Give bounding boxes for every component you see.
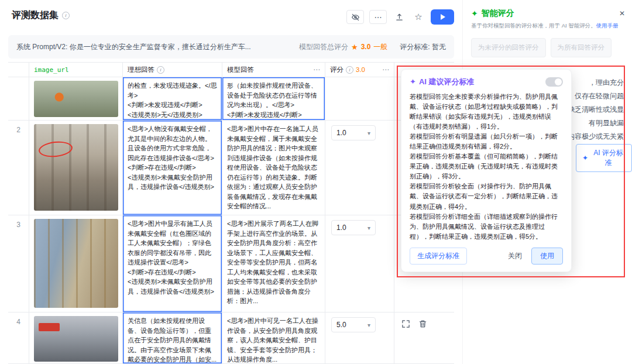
info-icon: i <box>157 66 164 74</box>
popup-title: ✦AI 建议评分标准 <box>410 77 475 87</box>
star-filled-icon: ★ <box>351 43 358 51</box>
score-cell: 1.0 ▾ <box>325 121 394 215</box>
row-photo[interactable] <box>34 81 118 117</box>
table-header-row: image_url 理想回答 i 模型回答 ⋯ 评分 i 3.0 ⋯ <box>8 62 454 77</box>
ideal-answer-header-label: 理想回答 <box>128 66 154 74</box>
red-sign-shape <box>39 323 60 331</box>
column-more-icon[interactable]: ⋯ <box>382 66 389 74</box>
model-answer-cell[interactable]: <思考>图片中存在一名施工人员未佩戴安全帽，属于未佩戴安全防护用具的情况；图片中… <box>222 121 325 215</box>
score-summary: 模型回答总评分 ★ 3.0 一般 评分标准: 暂无 <box>299 42 446 52</box>
score-cell: 1.0 ▾ <box>325 215 394 313</box>
row-actions <box>394 313 454 328</box>
smart-scoring-header: ✦ 智能评分 ✕ <box>463 0 632 21</box>
chevron-down-icon: ▾ <box>367 225 370 231</box>
table-row: 的检查，未发现违规迹象。</思考> <判断>未发现违规</判断> <违规类别>无… <box>8 77 454 121</box>
score-value: 1.0 <box>336 224 346 232</box>
row-photo[interactable] <box>34 124 118 211</box>
smart-scoring-subtitle: 基于你对模型回答的评分标准，用于 AI 智能评分。使用手册 <box>463 21 632 30</box>
ideal-answer-cell[interactable]: 关信息（如未按规程使用设备、设备危险运行等），但重点在于安全防护用具的佩戴情况。… <box>123 313 222 364</box>
table-row: 2 <思考>人物没有佩戴安全帽，尤其是中间的和左边的人物。且设备的使用方式非常危… <box>8 121 454 215</box>
more-button[interactable]: ⋯ <box>369 10 387 24</box>
model-answer-cell[interactable]: <思考>图片中可见一名工人在操作设备，从安全防护用具角度观察，该人员未佩戴安全帽… <box>222 313 325 364</box>
generate-criteria-button[interactable]: 生成评分标准 <box>410 248 467 265</box>
upload-icon <box>395 13 404 22</box>
info-icon: i <box>346 66 353 74</box>
play-icon <box>441 14 445 20</box>
model-answer-header[interactable]: 模型回答 ⋯ <box>222 63 325 77</box>
ai-suggest-criteria-popup: ✦AI 建议评分标准 若模型回答完全未按要求分析操作行为、防护用具佩戴、设备运行… <box>401 69 572 272</box>
row-number: 4 <box>8 313 29 364</box>
popup-footer: 生成评分标准 关闭 使用 <box>410 248 563 265</box>
ai-scoring-standard-label: AI 评分标准 <box>591 148 626 168</box>
smart-scoring-title: 智能评分 <box>482 8 514 19</box>
chevron-down-icon: ▾ <box>367 322 370 328</box>
popup-title-text: AI 建议评分标准 <box>419 77 475 86</box>
sparkle-icon: ✦ <box>471 9 478 18</box>
criteria-paragraph: 若模型回答完全未按要求分析操作行为、防护用具佩戴、设备运行状态（如思考过程缺失或… <box>410 92 563 132</box>
score-header-label: 评分 <box>330 66 344 74</box>
image-cell <box>29 121 123 215</box>
evaluation-table: image_url 理想回答 i 模型回答 ⋯ 评分 i 3.0 ⋯ <box>8 62 454 364</box>
run-button[interactable] <box>431 9 454 25</box>
sparkle-icon: ✦ <box>582 154 588 162</box>
smart-scoring-subtitle-text: 基于你对模型回答的评分标准，用于 AI 智能评分。 <box>471 22 596 29</box>
row-photo[interactable] <box>34 219 118 308</box>
star-icon: ☆ <box>414 12 422 22</box>
model-answer-cell[interactable]: <思考>图片展示了两名工人在脚手架上进行高空作业的场景。从安全防护用具角度分析：… <box>222 215 325 313</box>
close-icon[interactable]: ✕ <box>619 9 625 18</box>
score-cell <box>325 77 394 121</box>
eye-off-icon <box>351 13 360 22</box>
table-row: 4 关信息（如未按规程使用设备、设备危险运行等），但重点在于安全防护用具的佩戴情… <box>8 313 454 364</box>
page-header: 评测数据集 i <box>12 9 70 22</box>
column-more-icon[interactable]: ⋯ <box>313 66 320 74</box>
actions-cell <box>394 313 454 364</box>
toolbar: ⋯ ☆ <box>346 9 454 25</box>
score-dropdown[interactable]: 1.0 ▾ <box>331 125 376 140</box>
expand-icon[interactable] <box>401 320 410 328</box>
export-button[interactable] <box>392 10 406 24</box>
score-value: 5.0 <box>336 321 346 329</box>
row-number: 3 <box>8 215 29 313</box>
system-prompt-bar[interactable]: 系统 Prompt/V2: 你是一位专业的安全生产监督专家，擅长通过分析生产车.… <box>8 35 454 59</box>
use-criteria-button[interactable]: 使用 <box>531 248 563 265</box>
model-answer-cell[interactable]: 形（如未按操作规程使用设备、设备处于危险状态仍在运行等情况均未出现）。</思考>… <box>222 77 325 121</box>
image-cell <box>29 215 123 313</box>
row-number: 2 <box>8 121 29 215</box>
criteria-paragraph: 若模型回答分析基本覆盖（但可能稍简略），判断结果正确，违规类别正确（无违规时填无… <box>410 152 563 181</box>
score-unscored-button[interactable]: 为未评分的回答评分 <box>471 38 546 57</box>
score-header[interactable]: 评分 i 3.0 ⋯ <box>325 63 394 77</box>
row-photo[interactable] <box>34 316 118 362</box>
image-url-header[interactable]: image_url <box>29 63 123 77</box>
ai-scoring-standard-button[interactable]: ✦ AI 评分标准 <box>576 144 632 172</box>
system-prompt-text: 系统 Prompt/V2: 你是一位专业的安全生产监督专家，擅长通过分析生产车.… <box>16 42 291 52</box>
ai-suggest-toggle[interactable] <box>545 77 563 87</box>
chevron-down-icon: ▾ <box>367 130 370 136</box>
score-value: 1.0 <box>336 129 346 137</box>
ellipsis-icon: ⋯ <box>375 13 382 22</box>
score-all-button[interactable]: 为所有回答评分 <box>551 38 612 57</box>
total-score-value: 3.0 <box>361 43 371 51</box>
scoring-standard-label: 评分标准: 暂无 <box>400 42 446 52</box>
score-dropdown[interactable]: 1.0 ▾ <box>331 220 376 235</box>
ideal-answer-header[interactable]: 理想回答 i <box>123 63 222 77</box>
score-header-value: 3.0 <box>356 66 365 73</box>
popup-header: ✦AI 建议评分标准 <box>410 77 563 87</box>
table-row: 3 <思考>图片中显示有施工人员未佩戴安全帽（红色圈区域的工人未佩戴安全帽）；穿… <box>8 215 454 313</box>
score-dropdown[interactable]: 5.0 ▾ <box>331 317 376 332</box>
hide-columns-button[interactable] <box>346 10 364 24</box>
sparkle-icon: ✦ <box>410 77 416 86</box>
scoring-actions: 为未评分的回答评分 为所有回答评分 <box>463 30 632 57</box>
page-title: 评测数据集 <box>12 9 59 22</box>
image-url-header-label: image_url <box>34 66 69 74</box>
row-number <box>8 77 29 121</box>
model-answer-header-label: 模型回答 <box>227 66 254 74</box>
favorite-button[interactable]: ☆ <box>411 10 425 24</box>
criteria-paragraph: 若模型回答分析详细全面（详细描述观察到的操作行为、防护用具佩戴情况、设备运行状态… <box>410 212 563 242</box>
total-score-grade: 一般 <box>373 42 387 52</box>
popup-close-button[interactable]: 关闭 <box>508 251 522 261</box>
ideal-answer-cell[interactable]: <思考>图片中显示有施工人员未佩戴安全帽（红色圈区域的工人未佩戴安全帽）；穿绿色… <box>123 215 222 313</box>
ideal-answer-cell[interactable]: <思考>人物没有佩戴安全帽，尤其是中间的和左边的人物。且设备的使用方式非常危险，… <box>123 121 222 215</box>
manual-link[interactable]: 使用手册 <box>596 22 619 29</box>
trash-icon[interactable] <box>418 320 427 328</box>
ideal-answer-cell[interactable]: 的检查，未发现违规迹象。</思考> <判断>未发现违规</判断> <违规类别>无… <box>123 77 222 121</box>
